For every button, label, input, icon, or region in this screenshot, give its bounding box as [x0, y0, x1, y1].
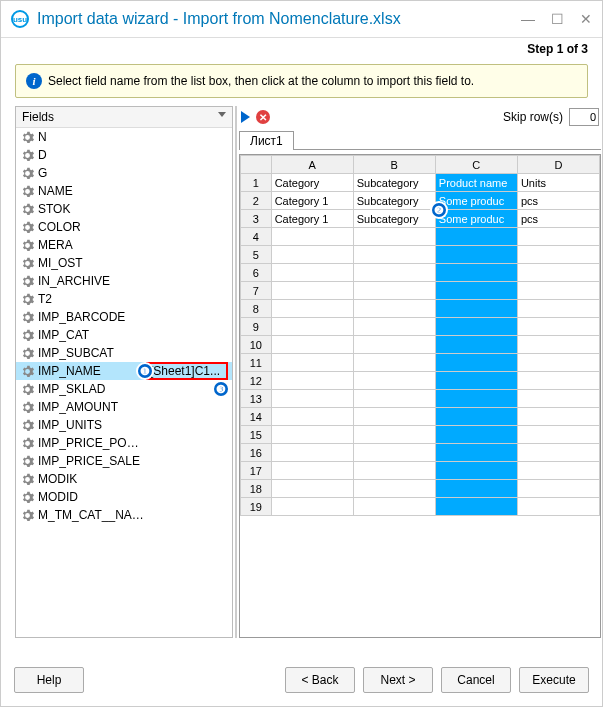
grid-cell[interactable] [517, 336, 599, 354]
grid-cell[interactable] [435, 462, 517, 480]
grid-cell[interactable] [271, 408, 353, 426]
fields-header[interactable]: Fields [16, 107, 232, 128]
grid-cell[interactable] [271, 300, 353, 318]
grid-cell[interactable] [271, 480, 353, 498]
grid-cell[interactable] [517, 426, 599, 444]
grid-cell[interactable]: Category 1 [271, 192, 353, 210]
grid-cell[interactable] [517, 372, 599, 390]
grid-cell[interactable] [271, 354, 353, 372]
grid-cell[interactable] [517, 354, 599, 372]
grid-cell[interactable] [517, 498, 599, 516]
close-button[interactable]: ✕ [580, 11, 592, 27]
grid-cell[interactable] [271, 228, 353, 246]
grid-cell[interactable] [353, 264, 435, 282]
field-row[interactable]: T2 [16, 290, 232, 308]
grid-cell[interactable]: pcs [517, 192, 599, 210]
field-row[interactable]: IMP_AMOUNT [16, 398, 232, 416]
grid-cell[interactable] [517, 390, 599, 408]
row-header[interactable]: 15 [241, 426, 272, 444]
grid-cell[interactable]: Category 1 [271, 210, 353, 228]
grid-cell[interactable] [435, 480, 517, 498]
row-header[interactable]: 8 [241, 300, 272, 318]
grid-cell[interactable] [435, 426, 517, 444]
col-header[interactable]: D [517, 156, 599, 174]
grid-cell[interactable] [271, 282, 353, 300]
cancel-button[interactable]: Cancel [441, 667, 511, 693]
field-row[interactable]: D [16, 146, 232, 164]
field-row[interactable]: NAME [16, 182, 232, 200]
grid-cell[interactable] [353, 498, 435, 516]
grid-cell[interactable]: Subcategory [353, 192, 435, 210]
grid-cell[interactable] [517, 246, 599, 264]
maximize-button[interactable]: ☐ [551, 11, 564, 27]
row-header[interactable]: 14 [241, 408, 272, 426]
grid-cell[interactable] [271, 444, 353, 462]
grid-cell[interactable] [353, 228, 435, 246]
row-header[interactable]: 4 [241, 228, 272, 246]
grid-cell[interactable] [517, 318, 599, 336]
grid-cell[interactable] [353, 480, 435, 498]
grid-cell[interactable] [517, 264, 599, 282]
grid-cell[interactable] [353, 462, 435, 480]
field-row[interactable]: MODIK [16, 470, 232, 488]
grid-cell[interactable] [435, 336, 517, 354]
grid-cell[interactable] [435, 264, 517, 282]
splitter[interactable] [235, 106, 237, 638]
grid-scroll[interactable]: ABCD1CategorySubcategoryProduct nameUnit… [239, 154, 601, 638]
grid-cell[interactable] [353, 354, 435, 372]
grid-cell[interactable] [517, 408, 599, 426]
grid-cell[interactable] [435, 246, 517, 264]
back-button[interactable]: < Back [285, 667, 355, 693]
grid-cell[interactable]: Subcategory [353, 174, 435, 192]
preview-grid[interactable]: ABCD1CategorySubcategoryProduct nameUnit… [240, 155, 600, 516]
grid-cell[interactable] [435, 498, 517, 516]
grid-cell[interactable] [517, 462, 599, 480]
grid-cell[interactable] [353, 426, 435, 444]
row-header[interactable]: 6 [241, 264, 272, 282]
grid-cell[interactable] [271, 372, 353, 390]
field-row[interactable]: IMP_CAT [16, 326, 232, 344]
grid-cell[interactable] [353, 318, 435, 336]
grid-cell[interactable] [435, 300, 517, 318]
grid-cell[interactable] [271, 462, 353, 480]
grid-cell[interactable] [271, 318, 353, 336]
field-row[interactable]: IN_ARCHIVE [16, 272, 232, 290]
field-row[interactable]: COLOR [16, 218, 232, 236]
grid-cell[interactable] [517, 444, 599, 462]
grid-cell[interactable] [271, 336, 353, 354]
row-header[interactable]: 7 [241, 282, 272, 300]
sheet-tab[interactable]: Лист1 [239, 131, 294, 150]
grid-cell[interactable] [271, 246, 353, 264]
field-row[interactable]: IMP_SUBCAT [16, 344, 232, 362]
grid-cell[interactable] [353, 282, 435, 300]
grid-cell[interactable] [353, 336, 435, 354]
grid-cell[interactable] [435, 354, 517, 372]
row-header[interactable]: 1 [241, 174, 272, 192]
skip-rows-input[interactable] [569, 108, 599, 126]
grid-cell[interactable] [435, 444, 517, 462]
row-header[interactable]: 12 [241, 372, 272, 390]
grid-cell[interactable]: Product name [435, 174, 517, 192]
grid-cell[interactable] [435, 282, 517, 300]
row-header[interactable]: 16 [241, 444, 272, 462]
col-header[interactable]: A [271, 156, 353, 174]
grid-cell[interactable]: Category [271, 174, 353, 192]
grid-cell[interactable] [271, 426, 353, 444]
field-row[interactable]: M_TM_CAT__NAME [16, 506, 232, 524]
grid-cell[interactable] [353, 372, 435, 390]
grid-cell[interactable] [435, 228, 517, 246]
field-row[interactable]: STOK [16, 200, 232, 218]
row-header[interactable]: 2 [241, 192, 272, 210]
grid-cell[interactable] [435, 318, 517, 336]
next-button[interactable]: Next > [363, 667, 433, 693]
row-header[interactable]: 3 [241, 210, 272, 228]
grid-cell[interactable] [517, 480, 599, 498]
row-header[interactable]: 18 [241, 480, 272, 498]
help-button[interactable]: Help [14, 667, 84, 693]
field-row[interactable]: IMP_NAME❶[Sheet1]C1... [16, 362, 232, 380]
field-row[interactable]: MI_OST [16, 254, 232, 272]
row-header[interactable]: 19 [241, 498, 272, 516]
field-list[interactable]: NDGNAMESTOKCOLORMERAMI_OSTIN_ARCHIVET2IM… [16, 128, 232, 637]
row-header[interactable]: 9 [241, 318, 272, 336]
grid-cell[interactable] [271, 264, 353, 282]
